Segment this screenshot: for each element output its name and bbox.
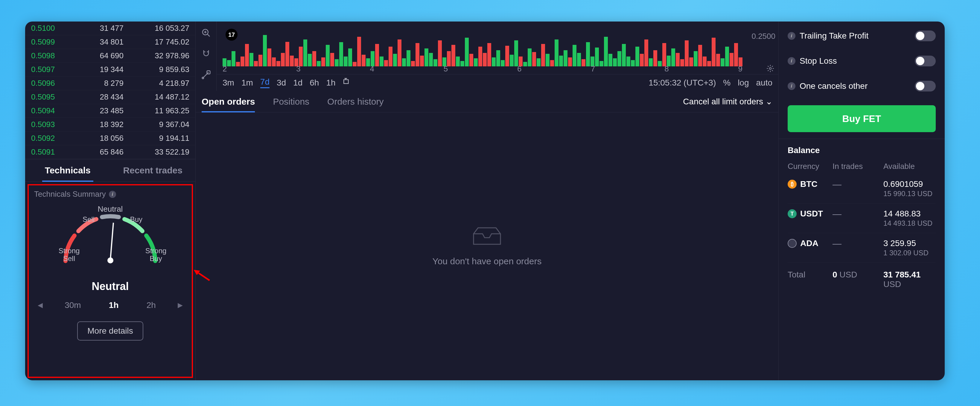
stop-loss-toggle[interactable] — [915, 56, 936, 67]
percent-toggle[interactable]: % — [723, 78, 730, 87]
middle-column: 17 0.2500 23456789 3m1m7d3d1d6h1h 15:05:… — [196, 22, 779, 380]
total-available: 31 785.41 USD — [883, 270, 936, 289]
x-tick: 8 — [664, 64, 668, 73]
chart-tf-6h[interactable]: 6h — [310, 78, 319, 87]
lock-icon[interactable] — [201, 69, 212, 80]
x-tick: 9 — [738, 64, 743, 73]
svg-line-3 — [207, 34, 210, 36]
ob-price: 0.5096 — [31, 79, 79, 88]
col-in-trades: In trades — [832, 162, 883, 171]
svg-rect-11 — [344, 80, 348, 84]
x-tick: 5 — [444, 64, 448, 73]
orderbook-row[interactable]: 0.50968 2794 218.97 — [25, 76, 195, 90]
next-timeframe-icon[interactable]: ▶ — [178, 301, 183, 309]
info-icon[interactable]: i — [788, 32, 795, 40]
orderbook-row[interactable]: 0.509318 3929 367.04 — [25, 118, 195, 132]
sentiment-gauge: Neutral Sell Buy Strong Sell Strong Buy — [32, 201, 189, 282]
orderbook-row[interactable]: 0.510031 47716 053.27 — [25, 22, 195, 35]
cancel-all-limit-orders[interactable]: Cancel all limit orders ⌄ — [683, 97, 772, 106]
ob-total: 33 522.19 — [132, 147, 189, 157]
tab-recent-trades[interactable]: Recent trades — [110, 159, 196, 181]
balance-in-trades: — — [832, 179, 883, 190]
ob-amount: 34 801 — [79, 37, 132, 47]
orders-tabs: Open orders Positions Orders history Can… — [196, 91, 778, 113]
gauge-tf-1h[interactable]: 1h — [103, 300, 125, 310]
trailing-take-profit-toggle[interactable] — [915, 30, 936, 41]
chevron-down-icon: ⌄ — [765, 97, 772, 106]
balance-available: 3 259.951 302.09 USD — [883, 239, 936, 257]
x-tick: 3 — [296, 64, 300, 73]
coin-icon — [788, 239, 797, 248]
empty-text: You don't have open orders — [433, 256, 542, 266]
x-tick: 7 — [591, 64, 595, 73]
balance-currency: TUSDT — [788, 209, 832, 219]
ob-total: 11 963.25 — [132, 106, 189, 116]
balance-available: 14 488.8314 493.18 USD — [883, 209, 936, 227]
ob-total: 16 053.27 — [132, 24, 189, 33]
tab-open-orders[interactable]: Open orders — [202, 91, 255, 112]
magnet-icon[interactable] — [201, 48, 212, 59]
prev-timeframe-icon[interactable]: ◀ — [38, 301, 43, 309]
tab-orders-history[interactable]: Orders history — [327, 91, 383, 112]
info-icon[interactable]: i — [109, 191, 116, 198]
orderbook-row[interactable]: 0.509423 48511 963.25 — [25, 104, 195, 118]
ob-price: 0.5097 — [31, 65, 79, 74]
technicals-summary-label: Technicals Summary — [34, 190, 106, 199]
auto-toggle[interactable]: auto — [756, 78, 773, 87]
chart-x-axis: 23456789 — [223, 64, 743, 73]
chart-tf-7d[interactable]: 7d — [260, 77, 269, 88]
chart-area[interactable]: 17 0.2500 23456789 3m1m7d3d1d6h1h 15:05:… — [196, 22, 778, 91]
orderbook-row[interactable]: 0.509719 3449 859.63 — [25, 63, 195, 76]
balance-header-row: Currency In trades Available — [788, 162, 936, 171]
x-tick: 2 — [223, 64, 227, 73]
gauge-neutral-label: Neutral — [98, 205, 123, 214]
balance-in-trades: — — [832, 209, 883, 219]
ob-total: 9 194.11 — [132, 134, 189, 143]
balance-title: Balance — [788, 146, 936, 155]
orderbook: 0.510031 47716 053.270.509934 80117 745.… — [25, 22, 195, 159]
orderbook-row[interactable]: 0.509165 84633 522.19 — [25, 145, 195, 159]
zoom-in-icon[interactable] — [201, 27, 212, 38]
ob-price: 0.5099 — [31, 37, 79, 47]
info-icon[interactable]: i — [788, 82, 795, 90]
oco-toggle[interactable] — [915, 81, 936, 92]
tab-technicals[interactable]: Technicals — [25, 159, 110, 181]
chart-body[interactable]: 17 0.2500 23456789 3m1m7d3d1d6h1h 15:05:… — [216, 22, 778, 91]
chart-tf-1d[interactable]: 1d — [293, 78, 302, 87]
chart-tf-3m[interactable]: 3m — [223, 78, 234, 87]
gauge-result: Neutral — [32, 280, 189, 293]
col-available: Available — [883, 162, 936, 171]
info-icon[interactable]: i — [788, 57, 795, 65]
buy-button[interactable]: Buy FET — [788, 105, 936, 132]
ob-total: 9 367.04 — [132, 120, 189, 129]
orderbook-row[interactable]: 0.509528 43414 487.12 — [25, 90, 195, 104]
ob-price: 0.5095 — [31, 92, 79, 102]
more-details-button[interactable]: More details — [77, 321, 143, 341]
volume-bars — [223, 22, 743, 67]
balance-row[interactable]: ₿BTC—0.690105915 990.13 USD — [788, 174, 936, 204]
orderbook-row[interactable]: 0.509218 0569 194.11 — [25, 132, 195, 145]
orderbook-row[interactable]: 0.509864 69032 978.96 — [25, 49, 195, 63]
gauge-timeframe-row: ◀ 30m 1h 2h ▶ — [32, 293, 189, 310]
stop-loss-label: Stop Loss — [800, 56, 837, 66]
balance-total-row: Total 0 USD 31 785.41 USD — [788, 263, 936, 289]
gauge-tf-30m[interactable]: 30m — [59, 300, 87, 310]
tab-positions[interactable]: Positions — [273, 91, 309, 112]
balance-row[interactable]: TUSDT—14 488.8314 493.18 USD — [788, 204, 936, 233]
balance-section: Balance Currency In trades Available ₿BT… — [779, 139, 945, 289]
gauge-tf-2h[interactable]: 2h — [141, 300, 162, 310]
chart-tf-1m[interactable]: 1m — [242, 78, 253, 87]
log-toggle[interactable]: log — [738, 78, 749, 87]
balance-row[interactable]: ADA—3 259.951 302.09 USD — [788, 233, 936, 263]
chart-settings-icon[interactable] — [767, 65, 774, 73]
gauge-strong-buy-label: Strong Buy — [139, 247, 172, 263]
ob-total: 17 745.02 — [132, 37, 189, 47]
coin-icon: ₿ — [788, 180, 797, 189]
orderbook-row[interactable]: 0.509934 80117 745.02 — [25, 35, 195, 49]
oco-label: One cancels other — [800, 81, 867, 91]
left-column: 0.510031 47716 053.270.509934 80117 745.… — [25, 22, 196, 380]
ob-total: 9 859.63 — [132, 65, 189, 74]
chart-tf-3d[interactable]: 3d — [277, 78, 286, 87]
fullscreen-icon[interactable] — [343, 78, 351, 87]
chart-tf-1h[interactable]: 1h — [326, 78, 335, 87]
